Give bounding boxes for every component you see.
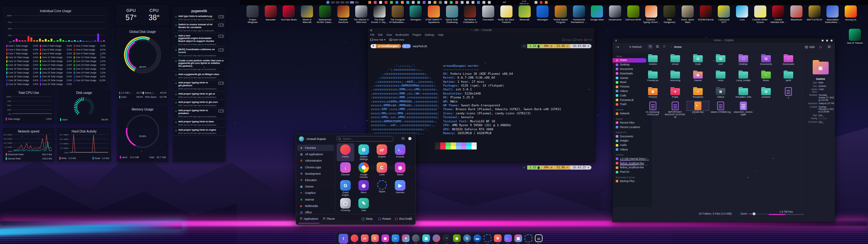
taskbar-window-rect[interactable] <box>336 1 340 3</box>
search-input[interactable] <box>336 136 394 141</box>
issue-item[interactable]: ⊙Add proper typing hints to gfx.particle… <box>173 80 226 91</box>
tray-icon-11[interactable] <box>428 1 431 4</box>
sidebar-item-fedora-localhost-live[interactable]: fedora_localhost-live <box>613 161 652 166</box>
desktop-icon[interactable]: BlazeRush <box>787 5 806 21</box>
file-item[interactable]: FiraxisLive <box>642 70 663 82</box>
photos-icon[interactable]: ▦ <box>515 235 522 242</box>
desktop-icon[interactable]: BATTLETECH <box>805 5 824 21</box>
tray-icon-6[interactable] <box>401 1 404 4</box>
record-icon[interactable] <box>540 1 542 4</box>
tray-icon-20[interactable] <box>477 1 480 4</box>
desktop-icon[interactable]: Elite Dangerous <box>660 5 679 24</box>
maximize-button[interactable] <box>826 40 828 41</box>
hamburger-menu-icon[interactable] <box>828 45 831 48</box>
tray-icon-14[interactable] <box>444 1 447 4</box>
taskbar-window-rect[interactable] <box>331 1 335 3</box>
paste-button[interactable]: Paste <box>573 38 583 41</box>
info-value[interactable]: Add… <box>818 121 824 123</box>
taskbar-window-rect[interactable] <box>355 1 359 3</box>
chrome-icon[interactable] <box>433 235 440 242</box>
file-item[interactable]: Arduino <box>642 54 663 66</box>
file-item[interactable]: chroot <box>665 54 686 66</box>
breadcrumb[interactable]: Home <box>674 45 682 48</box>
tray-icon-22[interactable] <box>488 1 491 4</box>
file-item[interactable]: ▤Documents <box>755 54 777 66</box>
launcher-app[interactable]: ◉Steam <box>391 161 409 179</box>
tray-icon-13[interactable] <box>439 1 442 4</box>
desktop-icon[interactable]: The Witcher 3: Wild Hunt <box>352 5 371 24</box>
desktop-icon[interactable]: Counter-Strike: Source <box>751 5 770 24</box>
tray-icon-8[interactable] <box>412 1 415 4</box>
desktop-icon[interactable]: The Dungeon Of Naheulbeu… <box>389 5 407 24</box>
issue-item[interactable]: ⊙Add proper typing hints to gfx.ui#208 o… <box>173 91 226 100</box>
sidebar-item-fedora-localhost-live[interactable]: fedora_localhost-live <box>613 166 652 170</box>
dolphin-titlebar[interactable]: Home — Dolphin <box>613 38 835 43</box>
tray-icon-4[interactable] <box>390 1 393 4</box>
launcher-app[interactable]: ↓Discover <box>337 161 354 179</box>
launcher-app[interactable]: Google Chrome <box>355 161 372 179</box>
launcher-app[interactable]: GGodot Engine <box>337 179 354 197</box>
menu-item-bookmarks[interactable]: Bookmarks <box>396 33 409 36</box>
file-item[interactable]: ulauncher_circleci. sqlite <box>733 101 754 116</box>
launcher-app[interactable]: ⚙System Settings <box>355 143 372 161</box>
find-button[interactable]: Find <box>584 38 592 41</box>
desktop-icon[interactable]: Project Wingman <box>243 5 262 24</box>
desktop-icon[interactable]: Kerbal Space Program <box>552 5 570 24</box>
launcher-app[interactable]: ▶Kdenlive <box>391 179 409 197</box>
file-item[interactable]: ▱Templates <box>687 87 709 98</box>
obs-studio-icon[interactable]: ◔ <box>443 235 451 242</box>
issue-item[interactable]: ⊙Add type hints to actuators.py#220 open… <box>173 14 226 22</box>
godot-icon[interactable]: G <box>463 235 471 242</box>
launcher-app[interactable]: ▢GOverlay <box>337 197 354 215</box>
desktop-icon[interactable]: GeForce NOW <box>624 5 643 21</box>
desktop-icon[interactable]: YouTube Music <box>279 5 298 21</box>
desktop-icon[interactable]: Cura <box>733 5 751 21</box>
menu-item-plugins[interactable]: Plugins <box>412 33 421 36</box>
restart-button[interactable]: Restart <box>378 217 391 220</box>
game-controller-icon[interactable]: ▣ <box>422 235 430 242</box>
file-item[interactable]: perl5 <box>778 70 799 82</box>
split-button[interactable]: Split <box>805 45 815 48</box>
menu-item-file[interactable]: File <box>370 33 375 36</box>
tray-icon-16[interactable] <box>455 1 458 4</box>
leave-button[interactable] <box>409 217 412 220</box>
launcher-app[interactable]: ✎Kate <box>355 197 372 215</box>
keyboard-layout-indicator[interactable]: us1 <box>503 1 506 3</box>
issue-item[interactable]: ⊙Switch to enums instead of int literals… <box>173 22 226 33</box>
sidebar-item-development[interactable]: ⚒Development <box>297 171 334 177</box>
desktop-icon[interactable]: Sea of Thieves <box>846 29 864 44</box>
desktop-icon[interactable]: Maneater <box>261 5 280 21</box>
split-view-button[interactable]: Split View <box>390 38 404 41</box>
launcher-app[interactable]: ◉Mixxx <box>355 179 372 197</box>
details-view-button[interactable] <box>655 44 660 49</box>
tray-icon-18[interactable] <box>466 1 469 4</box>
file-item[interactable]: IMPORTANT- BACKUP-SYSTEM. txt <box>665 101 686 118</box>
desktop-icon[interactable]: Ghostrunner <box>606 5 624 21</box>
desktop-icon[interactable]: Among Us <box>841 5 860 21</box>
signal-icon[interactable] <box>484 235 491 242</box>
issue-item[interactable]: ⊙Add proper typing hints to gfx.core#207… <box>173 100 226 108</box>
slack-icon[interactable]: ⌗ <box>402 235 409 242</box>
menu-item-view[interactable]: View <box>386 33 392 36</box>
sort-toggle-icon[interactable] <box>402 137 404 140</box>
sidebar-item-images[interactable]: Images <box>613 139 652 143</box>
file-item[interactable]: Local_Installs <box>733 70 754 82</box>
desktop-icon[interactable]: Dune: Spice Wars <box>678 5 697 24</box>
sidebar-item-administration[interactable]: ⚙Administration <box>297 158 334 164</box>
sidebar-item-internet[interactable]: ⊕Internet <box>297 197 334 203</box>
launcher-app[interactable]: ›_Konsole <box>391 143 409 161</box>
columns-view-button[interactable] <box>662 44 667 49</box>
tray-icon-7[interactable] <box>406 1 409 4</box>
sidebar-item-recent-files[interactable]: Recent Files <box>613 121 652 125</box>
nvidia-settings-icon[interactable]: ◉ <box>453 235 461 242</box>
desktop-icon[interactable]: Homeworld Remastered … <box>570 5 588 24</box>
issue-item[interactable]: ⊙[BUG] Coordinates collisions on screen#… <box>173 47 226 58</box>
tray-icon-5[interactable] <box>396 1 398 4</box>
taskbar-window-rect[interactable] <box>340 1 344 3</box>
issue-item[interactable]: ⊙Add a new pygamelib.engine.Extendable B… <box>173 33 226 47</box>
tray-icon-17[interactable] <box>461 1 464 4</box>
fedora-panel-icon[interactable]: f <box>326 1 330 4</box>
desktop-icon[interactable]: Space Hulk: Deathwing <box>443 5 461 24</box>
sidebar-item-recent-locations[interactable]: Recent Locations <box>613 125 652 129</box>
refresh-button[interactable]: ↻ Refresh <box>629 45 642 48</box>
